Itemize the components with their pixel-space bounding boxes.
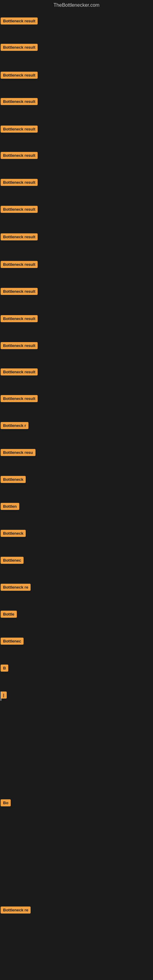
bottleneck-label[interactable]: Bottlenec bbox=[1, 638, 24, 645]
bottleneck-label[interactable]: Bottleneck result bbox=[1, 72, 38, 79]
bottleneck-label[interactable]: Bottleneck result bbox=[1, 395, 38, 402]
bottleneck-label[interactable]: Bottleneck bbox=[1, 476, 26, 483]
bottleneck-label[interactable]: Bo bbox=[1, 799, 11, 807]
bottleneck-label[interactable]: Bottle bbox=[1, 611, 17, 618]
bottleneck-label[interactable]: Bottleneck resu bbox=[1, 449, 35, 456]
bottleneck-label[interactable]: Bottleneck result bbox=[1, 44, 38, 51]
bottleneck-label[interactable]: Bottleneck re bbox=[1, 907, 30, 913]
bottleneck-label[interactable]: Bottleneck result bbox=[1, 233, 38, 240]
bottleneck-label[interactable]: | bbox=[1, 692, 7, 698]
site-title: TheBottlenecker.com bbox=[0, 0, 153, 10]
bottleneck-label[interactable]: Bottleneck result bbox=[1, 288, 38, 295]
bottleneck-label[interactable]: Bottleneck result bbox=[1, 179, 38, 186]
bottleneck-label[interactable]: Bottleneck result bbox=[1, 126, 38, 133]
bottleneck-label[interactable]: Bottleneck re bbox=[1, 584, 30, 591]
bottleneck-label[interactable]: Bottleneck result bbox=[1, 18, 38, 24]
bottleneck-label[interactable]: Bottleneck result bbox=[1, 98, 38, 105]
bottleneck-label[interactable]: Bottlen bbox=[1, 503, 19, 510]
bottleneck-label[interactable]: Bottleneck result bbox=[1, 152, 38, 159]
bottleneck-label[interactable]: B bbox=[1, 665, 8, 671]
bottleneck-label[interactable]: Bottleneck r bbox=[1, 422, 29, 429]
bottleneck-label[interactable]: Bottlenec bbox=[1, 557, 24, 564]
bottleneck-label[interactable]: Bottleneck result bbox=[1, 206, 38, 213]
bottleneck-label[interactable]: Bottleneck bbox=[1, 530, 26, 537]
bottleneck-label[interactable]: Bottleneck result bbox=[1, 261, 38, 268]
bottleneck-label[interactable]: Bottleneck result bbox=[1, 368, 38, 375]
bottleneck-label[interactable]: Bottleneck result bbox=[1, 342, 38, 349]
cursor-indicator bbox=[1, 692, 1, 701]
bottleneck-label[interactable]: Bottleneck result bbox=[1, 315, 38, 322]
